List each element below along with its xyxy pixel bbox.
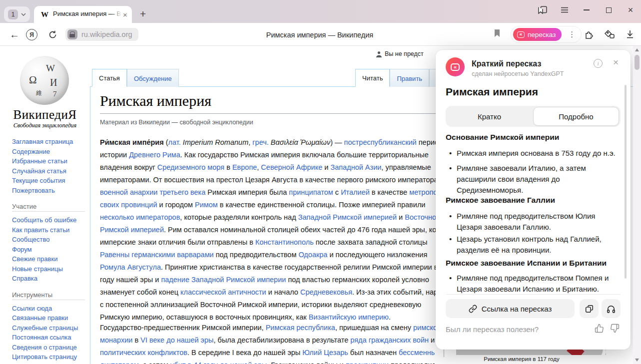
yandex-home-icon[interactable]: Я — [26, 29, 37, 40]
article-link[interactable]: Константинополь — [255, 238, 314, 246]
reload-button[interactable] — [46, 28, 59, 41]
new-tab-button[interactable]: + — [140, 8, 146, 19]
scroll-up-arrow[interactable] — [635, 48, 639, 51]
sidebar-item-related-changes[interactable]: Связанные правки — [12, 313, 87, 323]
tab-article[interactable]: Статья — [92, 69, 127, 87]
article-link[interactable]: Северной Африке — [261, 163, 322, 171]
browser-menu-icon[interactable] — [559, 4, 570, 15]
sidebar-item-special-pages[interactable]: Служебные страницы — [12, 323, 87, 333]
tab-talk[interactable]: Обсуждение — [127, 69, 179, 87]
article-link[interactable]: Римская республика — [266, 324, 335, 332]
article-link[interactable]: ряда гражданских войн — [350, 336, 429, 344]
browser-tab[interactable]: W Римская империя — В × — [34, 6, 132, 23]
article-link[interactable]: VI веке до нашей эры — [140, 336, 213, 344]
sidebar-item-featured[interactable]: Избранные статьи — [12, 156, 87, 166]
article-link[interactable]: военной анархии третьего века — [100, 188, 205, 196]
article-link[interactable]: несколько императоров — [100, 213, 180, 221]
infobox-caption: Римская империя в 117 году — [435, 356, 609, 362]
sidebar-item-recent-changes[interactable]: Свежие правки — [12, 254, 87, 264]
window-close-button[interactable]: × — [625, 4, 636, 15]
article-link[interactable]: Средиземного моря — [157, 163, 224, 171]
sidebar-item-forum[interactable]: Форум — [12, 245, 87, 255]
wikipedia-wordmark[interactable]: ВикипедиЯ — [0, 108, 90, 122]
summary-panel: « Краткий пересказ сделан нейросетью Yan… — [436, 50, 631, 350]
toggle-detailed[interactable]: Подробно — [533, 107, 619, 126]
article-link[interactable]: Одоакра — [298, 251, 327, 259]
article-link[interactable]: лат. — [168, 138, 181, 146]
panel-close-icon[interactable]: × — [613, 57, 619, 68]
article-link[interactable]: греч. — [252, 138, 269, 146]
content-divider — [90, 87, 90, 364]
downloads-icon[interactable] — [624, 28, 637, 41]
article-link[interactable]: Римом — [195, 201, 218, 209]
tab-edit[interactable]: Править — [390, 69, 429, 87]
sidebar-item-report-error[interactable]: Сообщить об ошибке — [12, 215, 87, 225]
sidebar-item-page-info[interactable]: Сведения о странице — [12, 343, 87, 353]
summary-link-button[interactable]: Ссылка на пересказ — [446, 299, 575, 318]
extensions-puzzle-icon[interactable] — [583, 28, 596, 41]
article-link[interactable]: Средневековья — [300, 288, 352, 296]
address-page-title[interactable]: Римская империя — Википедия — [200, 31, 440, 39]
lock-icon[interactable] — [67, 29, 77, 39]
sidebar-item-main-page[interactable]: Заглавная страница — [12, 137, 87, 147]
info-icon[interactable]: i — [594, 59, 603, 68]
summarize-button[interactable]: « пересказ — [513, 28, 562, 41]
window-maximize-button[interactable] — [603, 4, 614, 15]
wallet-tag-icon[interactable] — [603, 28, 616, 41]
article-link[interactable]: убит в 44 году до нашей эры — [170, 361, 267, 364]
sidebar-item-current-events[interactable]: Текущие события — [12, 176, 87, 186]
tab-close-icon[interactable]: × — [123, 10, 127, 19]
article-link[interactable]: принципатом — [289, 188, 333, 196]
wikipedia-logo[interactable]: W Ω И 維 7 — [20, 56, 69, 105]
scroll-down-arrow[interactable] — [635, 359, 639, 362]
back-button[interactable]: ← — [8, 28, 21, 41]
sidebar-item-what-links-here[interactable]: Ссылки сюда — [12, 304, 87, 314]
toggle-brief[interactable]: Кратко — [446, 106, 533, 127]
article-link[interactable]: Италией — [341, 188, 370, 196]
window-minimize-button[interactable] — [581, 4, 592, 15]
article-link[interactable]: постреспубликанский — [344, 138, 417, 146]
copy-summary-button[interactable] — [580, 299, 599, 318]
sidebar-item-how-to-edit[interactable]: Как править статьи — [12, 225, 87, 235]
article-link[interactable]: Равенны германскими варварами — [100, 251, 214, 259]
bookmark-icon[interactable] — [494, 29, 501, 39]
sidebar-item-contents[interactable]: Содержание — [12, 147, 87, 157]
article-link[interactable]: Западной Азии — [330, 163, 381, 171]
article-link[interactable]: Византийскую империю — [309, 313, 389, 321]
article-link[interactable]: Западной Римской империей — [298, 213, 397, 221]
article-link[interactable]: Древнего Рима — [129, 151, 180, 159]
scrollbar-thumb[interactable] — [635, 55, 640, 70]
account-status[interactable]: Вы не предст — [376, 50, 424, 57]
sidebar-item-donate[interactable]: Пожертвовать — [12, 186, 87, 196]
article-link[interactable]: классической античности — [180, 288, 266, 296]
listen-summary-button[interactable] — [602, 299, 621, 318]
wikipedia-favicon: W — [41, 10, 48, 19]
panel-scrollbar[interactable] — [625, 85, 627, 279]
sidebar-item-cite-page[interactable]: Цитировать страницу — [12, 352, 87, 362]
sidebar-item-help[interactable]: Справка — [12, 274, 87, 284]
sidebar-item-permanent-link[interactable]: Постоянная ссылка — [12, 333, 87, 343]
section-heading: Основание Римской империи — [446, 133, 621, 142]
tab-read[interactable]: Читать — [355, 69, 390, 87]
copy-icon — [585, 305, 594, 313]
browser-titlebar: 1 W Римская империя — В × + × — [0, 0, 641, 23]
tab-count: 1 — [8, 9, 18, 19]
article-link[interactable]: проскрипции — [346, 361, 389, 364]
thumbs-up-icon[interactable] — [595, 324, 604, 333]
article-link[interactable]: Европе — [232, 163, 257, 171]
article-link[interactable]: падение Западной Римской империи — [161, 276, 286, 284]
tab-counter[interactable]: 1 — [4, 6, 30, 22]
page-scrollbar[interactable] — [633, 46, 641, 364]
thumbs-down-icon[interactable] — [610, 324, 620, 333]
sidebar-panels-icon[interactable] — [537, 4, 548, 15]
summary-bullet: Римляне под предводительством Юлия Цезар… — [446, 211, 622, 233]
article-link[interactable]: политических конфликтов — [100, 349, 187, 357]
address-bar[interactable]: ru.wikipedia.org — [65, 28, 138, 41]
sidebar-item-random[interactable]: Случайная статья — [12, 166, 87, 176]
sidebar-item-new-pages[interactable]: Новые страницы — [12, 264, 87, 274]
more-options-icon[interactable]: ⋮ — [566, 30, 578, 39]
sidebar-item-community[interactable]: Сообщество — [12, 235, 87, 245]
article-link[interactable]: Юлий Цезарь — [302, 349, 348, 357]
tab-title: Римская империя — В — [53, 10, 122, 19]
article-link[interactable]: Ромула Августула — [100, 263, 161, 271]
